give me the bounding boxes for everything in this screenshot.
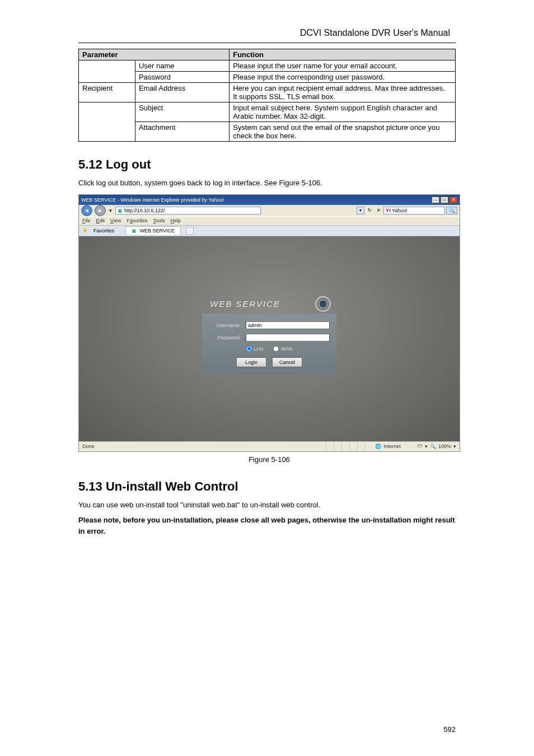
search-cluster: ▾ ↻ ✕ Y! Yahoo! 🔍 (357, 207, 457, 214)
search-icon: 🔍 (446, 207, 457, 214)
browser-window: WEB SERVICE - Windows Internet Explorer … (78, 194, 460, 452)
menu-favorites: Favorites (127, 218, 147, 223)
close-icon: ✕ (449, 197, 457, 203)
cancel-button[interactable]: Cancel (272, 357, 302, 367)
minimize-icon: — (432, 197, 439, 203)
favorites-label: Favorites (93, 228, 114, 234)
status-done: Done (82, 444, 326, 449)
section-heading-logout: 5.12 Log out (78, 157, 456, 172)
url-field: ▣ http://10.10.6.122/ (115, 207, 261, 214)
back-icon: ◄ (81, 205, 92, 216)
func-cell: Here you can input recipient email addre… (229, 83, 456, 102)
star-icon: ★ (82, 227, 88, 234)
group-cell: Recipient (79, 83, 135, 102)
table-row: Recipient Email Address Here you can inp… (79, 83, 456, 102)
zoom-value: 100% (438, 444, 451, 449)
password-label: Password : (209, 334, 242, 340)
status-cells (326, 442, 373, 450)
group-cell (79, 102, 135, 142)
username-input[interactable] (246, 321, 330, 329)
radio-wan[interactable]: WAN (273, 346, 292, 351)
page-content: WEB SERVICE Username : Password : (79, 236, 460, 441)
func-cell: System can send out the email of the sna… (229, 122, 456, 142)
menu-bar: File Edit View Favorites Tools Help (79, 216, 460, 225)
table-row: Password Please input the corresponding … (79, 72, 456, 83)
tab-favicon-icon: ▣ (132, 228, 137, 234)
search-field: Y! Yahoo! (383, 207, 445, 214)
th-parameter: Parameter (79, 49, 229, 60)
radio-wan-input[interactable] (273, 346, 279, 351)
login-header: WEB SERVICE (202, 294, 336, 313)
url-text: http://10.10.6.122/ (124, 208, 165, 213)
param-cell: Email Address (135, 83, 229, 102)
zoom-icon: 🔍 (430, 444, 436, 449)
stop-icon: ✕ (374, 207, 382, 214)
table-header-row: Parameter Function (79, 49, 456, 60)
url-dropdown-icon: ▾ (357, 207, 364, 214)
param-cell: Subject (135, 102, 229, 122)
func-cell: Please input the user name for your emai… (229, 60, 456, 72)
screenshot-figure: WEB SERVICE - Windows Internet Explorer … (78, 194, 460, 464)
menu-tools: Tools (153, 218, 165, 223)
yahoo-logo-icon: Y! (386, 208, 391, 213)
favorites-bar: ★ Favorites ▣ WEB SERVICE (79, 225, 460, 236)
table-row: Subject Input email subject here. System… (79, 102, 456, 122)
func-cell: Input email subject here. System support… (229, 102, 456, 122)
spec-table: Parameter Function User name Please inpu… (78, 49, 456, 142)
param-cell: Password (135, 72, 229, 83)
table-row: User name Please input the user name for… (79, 60, 456, 72)
section-heading-uninstall: 5.13 Un-install Web Control (78, 479, 456, 494)
uninstall-body1: You can use web un-install tool "uninsta… (78, 500, 456, 511)
protected-mode-icon: 🛡 (418, 444, 423, 449)
login-button[interactable]: Login (236, 357, 266, 367)
login-panel: WEB SERVICE Username : Password : (202, 294, 336, 375)
figure-caption: Figure 5-106 (78, 455, 460, 464)
window-title-bar: WEB SERVICE - Windows Internet Explorer … (79, 195, 460, 205)
radio-lan[interactable]: LAN (246, 346, 264, 351)
password-row: Password : (209, 333, 330, 341)
param-cell: User name (135, 60, 229, 72)
new-tab-icon (186, 227, 194, 235)
password-input[interactable] (246, 333, 330, 341)
window-controls: — ▭ ✕ (432, 197, 457, 203)
browser-tab: ▣ WEB SERVICE (125, 226, 181, 235)
page-favicon-icon: ▣ (118, 208, 123, 213)
logout-body: Click log out button, system goes back t… (78, 178, 456, 189)
menu-file: File (82, 218, 91, 223)
camera-icon (315, 296, 331, 311)
dropdown-arrow-icon: ▾ (109, 208, 112, 213)
window-title: WEB SERVICE - Windows Internet Explorer … (81, 197, 224, 203)
brand-text: WEB SERVICE (210, 299, 280, 309)
globe-icon: 🌐 (375, 444, 381, 449)
header-rule (78, 43, 456, 43)
tab-label: WEB SERVICE (140, 228, 175, 234)
connection-radios: LAN WAN (209, 346, 330, 351)
address-toolbar: ◄ ► ▾ ▣ http://10.10.6.122/ ▾ ↻ ✕ Y! Yah… (79, 205, 460, 216)
table-row: Attachment System can send out the email… (79, 122, 456, 142)
username-label: Username : (209, 322, 242, 328)
search-provider: Yahoo! (392, 208, 407, 213)
zoom-group: 🛡 ▾ 🔍 100% ▾ (418, 444, 456, 449)
uninstall-body2: Please note, before you un-installation,… (78, 515, 456, 536)
login-body: Username : Password : LAN WAN Login (202, 313, 336, 375)
menu-edit: Edit (96, 218, 105, 223)
menu-help: Help (170, 218, 181, 223)
status-bar: Done 🌐 Internet 🛡 ▾ 🔍 100% ▾ (79, 441, 460, 451)
th-function: Function (229, 49, 456, 60)
page-number: 592 (443, 725, 456, 734)
refresh-icon: ↻ (366, 207, 373, 214)
page-header: DCVI Standalone DVR User's Manual (78, 28, 456, 38)
group-cell (79, 60, 135, 83)
func-cell: Please input the corresponding user pass… (229, 72, 456, 83)
username-row: Username : (209, 321, 330, 329)
param-cell: Attachment (135, 122, 229, 142)
login-buttons: Login Cancel (209, 357, 330, 367)
maximize-icon: ▭ (441, 197, 448, 203)
radio-lan-input[interactable] (246, 346, 252, 351)
forward-icon: ► (95, 205, 106, 216)
zone-label: Internet (383, 444, 401, 449)
menu-view: View (110, 218, 121, 223)
